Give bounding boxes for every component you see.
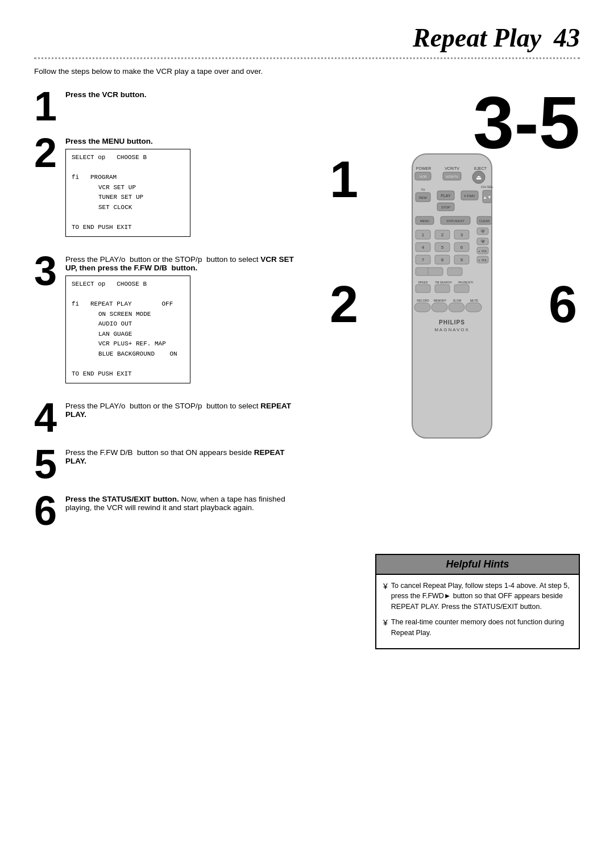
- hint-text-1: To cancel Repeat Play, follow steps 1-4 …: [391, 581, 572, 612]
- svg-text:REW: REW: [419, 196, 427, 199]
- svg-text:MENU: MENU: [420, 219, 429, 223]
- svg-rect-67: [454, 285, 469, 293]
- step-1-text: Press the VCR button.: [65, 90, 307, 99]
- svg-text:CLEAR: CLEAR: [479, 219, 489, 223]
- svg-text:SPEED: SPEED: [418, 281, 428, 284]
- step-4-text: Press the PLAY/o button or the STOP/p bu…: [65, 402, 307, 419]
- step-1: 1 Press the VCR button.: [34, 86, 307, 127]
- svg-text:CH: CH: [480, 239, 485, 243]
- svg-text:9: 9: [460, 257, 463, 262]
- remote-control-svg: POWER VCR/TV EJECT ⏏ VCR VCR/TV CH-SEL: [395, 148, 509, 444]
- page-number: 43: [554, 23, 580, 52]
- step-4-content: Press the PLAY/o button or the STOP/p bu…: [65, 397, 307, 422]
- step-2-number: 2: [34, 132, 65, 173]
- hint-bullet-2: ¥: [383, 617, 388, 639]
- section-divider: [34, 57, 580, 59]
- right-column: 3-5 1 2 6 POWER VCR/TV: [324, 86, 580, 537]
- svg-text:8: 8: [441, 257, 444, 262]
- svg-text:6: 6: [460, 245, 463, 250]
- menu-screen-1: SELECT op CHOOSE B fi PROGRAM VCR SET UP…: [65, 149, 190, 237]
- page-container: Repeat Play 43 Follow the steps below to…: [0, 0, 614, 672]
- svg-text:STOP: STOP: [441, 206, 450, 209]
- svg-text:MUTE: MUTE: [470, 299, 479, 302]
- svg-text:TV: TV: [421, 188, 425, 191]
- step-2: 2 Press the MENU button. SELECT op CHOOS…: [34, 132, 307, 245]
- menu-screen-2: SELECT op CHOOSE B fi REPEAT PLAY OFF ON…: [65, 276, 190, 383]
- remote-area: 1 2 6 POWER VCR/TV EJECT: [324, 148, 580, 444]
- hint-item-1: ¥ To cancel Repeat Play, follow steps 1-…: [383, 581, 572, 612]
- step-4-number: 4: [34, 397, 65, 438]
- main-content: 1 Press the VCR button. 2 Press the MENU…: [34, 86, 580, 537]
- svg-rect-66: [435, 285, 450, 293]
- page-title: Repeat Play: [413, 23, 541, 52]
- step-2-content: Press the MENU button. SELECT op CHOOSE …: [65, 132, 307, 245]
- hint-bullet-1: ¥: [383, 581, 388, 612]
- svg-rect-65: [416, 285, 430, 293]
- svg-text:⏏: ⏏: [476, 174, 482, 181]
- svg-text:CH: CH: [480, 229, 485, 232]
- svg-text:1: 1: [422, 232, 425, 237]
- hint-item-2: ¥ The real-time counter memory does not …: [383, 617, 572, 639]
- svg-rect-73: [432, 303, 447, 312]
- big-number-6: 6: [549, 279, 577, 330]
- left-column: 1 Press the VCR button. 2 Press the MENU…: [34, 86, 307, 537]
- svg-text:4: 4: [422, 245, 425, 250]
- svg-text:F.FWD: F.FWD: [464, 194, 475, 198]
- svg-text:VCR: VCR: [420, 175, 427, 178]
- step-4: 4 Press the PLAY/o button or the STOP/p …: [34, 397, 307, 438]
- svg-text:MEMORY: MEMORY: [434, 299, 447, 302]
- svg-text:PLAY: PLAY: [441, 194, 451, 198]
- step-1-content: Press the VCR button.: [65, 86, 307, 102]
- svg-text:2: 2: [441, 232, 444, 237]
- step-5-content: Press the F.FW D/B button so that ON app…: [65, 444, 307, 469]
- hint-text-2: The real-time counter memory does not fu…: [391, 617, 572, 639]
- step-3-content: Press the PLAY/o button or the STOP/p bu…: [65, 251, 307, 391]
- svg-text:VCR/TV: VCR/TV: [445, 166, 459, 170]
- svg-text:POWER: POWER: [416, 166, 431, 170]
- step-6-text: Press the STATUS/EXIT button. Now, when …: [65, 495, 307, 512]
- svg-text:PAUSE/STI: PAUSE/STI: [458, 281, 473, 284]
- intro-text: Follow the steps below to make the VCR p…: [34, 67, 307, 76]
- svg-rect-55: [428, 268, 443, 276]
- big-number-1: 1: [330, 154, 358, 205]
- svg-text:VCR/TV: VCR/TV: [446, 175, 458, 178]
- step-5-text: Press the F.FW D/B button so that ON app…: [65, 448, 307, 465]
- helpful-hints-title: Helpful Hints: [376, 555, 579, 575]
- svg-text:STATUS/EXIT: STATUS/EXIT: [446, 219, 464, 223]
- svg-rect-57: [447, 268, 462, 276]
- step-6-content: Press the STATUS/EXIT button. Now, when …: [65, 490, 307, 515]
- svg-rect-74: [449, 303, 464, 312]
- step-2-text: Press the MENU button.: [65, 137, 307, 145]
- svg-text:∧ VOL: ∧ VOL: [478, 249, 487, 253]
- page-title-area: Repeat Play 43: [34, 23, 580, 53]
- step-6-number: 6: [34, 490, 65, 531]
- svg-text:PHILIPS: PHILIPS: [439, 319, 465, 326]
- svg-rect-75: [466, 303, 482, 312]
- svg-text:RECORD: RECORD: [417, 299, 429, 302]
- helpful-hints-content: ¥ To cancel Repeat Play, follow steps 1-…: [376, 575, 579, 649]
- svg-text:EJECT: EJECT: [474, 166, 487, 170]
- big-number-2: 2: [330, 279, 358, 330]
- step-3-text: Press the PLAY/o button or the STOP/p bu…: [65, 255, 307, 272]
- svg-text:SLOW: SLOW: [453, 299, 462, 302]
- svg-text:7: 7: [422, 257, 425, 262]
- step-5: 5 Press the F.FW D/B button so that ON a…: [34, 444, 307, 485]
- svg-text:▲▼: ▲▼: [483, 195, 492, 200]
- svg-text:MAGNAVOX: MAGNAVOX: [434, 327, 470, 332]
- svg-text:CH-SEL: CH-SEL: [481, 185, 494, 189]
- step-6: 6 Press the STATUS/EXIT button. Now, whe…: [34, 490, 307, 531]
- svg-rect-72: [414, 303, 430, 312]
- svg-text:5: 5: [441, 245, 444, 250]
- step-1-number: 1: [34, 86, 65, 127]
- step-3: 3 Press the PLAY/o button or the STOP/p …: [34, 251, 307, 391]
- svg-text:∨ VOL: ∨ VOL: [478, 258, 487, 262]
- step-3-number: 3: [34, 251, 65, 291]
- step-5-number: 5: [34, 444, 65, 485]
- remote-control-wrapper: POWER VCR/TV EJECT ⏏ VCR VCR/TV CH-SEL: [324, 148, 580, 444]
- helpful-hints-box: Helpful Hints ¥ To cancel Repeat Play, f…: [375, 554, 580, 650]
- svg-text:3: 3: [460, 232, 463, 237]
- svg-text:TM SEARCH: TM SEARCH: [435, 281, 452, 284]
